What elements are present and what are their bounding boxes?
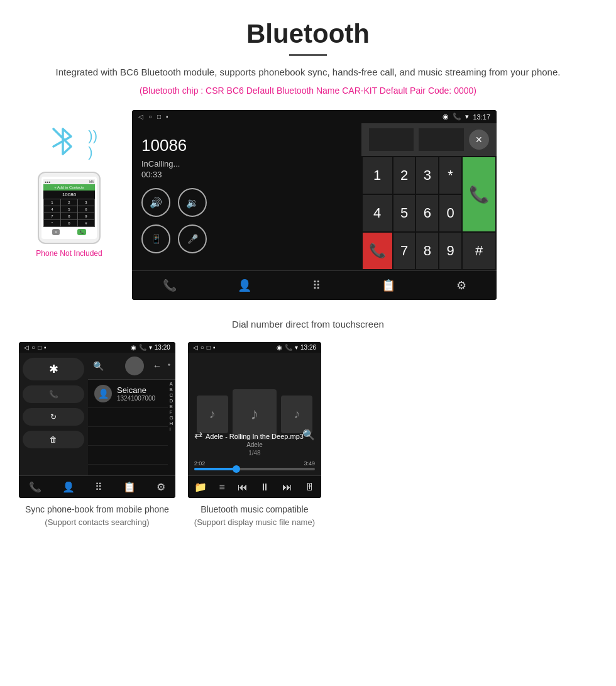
music-folder-icon[interactable]: 📁 [194,481,207,493]
pb-contact-name: Seicane [117,385,155,395]
numpad-8[interactable]: 8 [416,233,438,269]
pb-asterisk: * [168,363,170,370]
music-album-art-center: ♪ [233,389,277,440]
pb-sort-circle[interactable] [125,357,144,375]
music-progress-dot [233,465,240,473]
volume-down-button[interactable]: 🔉 [178,188,207,217]
transfer-tab-icon[interactable]: 📋 [382,279,395,292]
music-track-info: Adele - Rolling In the Deep.mp3 Adele 1/… [188,433,321,456]
music-track-name: Adele - Rolling In the Deep.mp3 [188,433,321,440]
call-answer-button[interactable]: 📞 [463,157,495,231]
pb-bottom-dialpad-icon[interactable]: ⠿ [95,481,102,493]
music-notif-icon: ▪ [213,344,216,351]
pb-contact-area: 👤 Seicane 13241007000 [88,380,175,465]
pb-bottom-contact-icon[interactable]: 👤 [62,481,75,493]
music-caption-sub: (Support display music file name) [194,516,315,529]
numpad-grid: 1 2 3 * 📞 4 5 6 0 📞 7 8 9 # [361,156,497,270]
numpad-6[interactable]: 6 [416,195,438,231]
music-section: ◁ ○ □ ▪ ◉ 📞 ▾ 13:26 ♪ ♪ ♪ ⇄ 🔍 Adele - Ro… [188,342,321,534]
status-bar: ◁ ○ □ ▪ ◉ 📞 ▾ 13:17 [132,110,497,123]
call-end-button[interactable]: 📞 [363,233,392,269]
music-progress-fill [194,468,236,470]
music-prev-icon[interactable]: ⏮ [238,482,248,493]
dialpad-tab-icon[interactable]: ⠿ [312,279,321,292]
pb-back-arrow-icon[interactable]: ← [153,361,162,371]
pb-recents-icon: □ [38,344,41,351]
numpad-4[interactable]: 4 [363,195,392,231]
phonebook-caption-text: Sync phone-book from mobile phone [25,504,169,514]
page-header: Bluetooth Integrated with BC6 Bluetooth … [0,0,616,110]
dial-wrapper: 10086 InCalling... 00:33 🔊 🔉 📱 🎤 ✕ [132,123,497,270]
mute-button[interactable]: 🎤 [178,224,207,253]
phonebook-caption: Sync phone-book from mobile phone (Suppo… [19,498,175,534]
pb-left-nav: ✱ 📞 ↻ 🗑 [19,353,88,475]
transfer-button[interactable]: 📱 [141,224,170,253]
header-specs: (Bluetooth chip : CSR BC6 Default Blueto… [25,84,591,97]
volume-up-button[interactable]: 🔊 [141,188,170,217]
bluetooth-symbol-icon [47,123,79,160]
music-eq-icon[interactable]: 🎚 [305,482,315,493]
wifi-icon: ▾ [465,113,469,121]
pb-search-icon[interactable]: 🔍 [93,361,104,371]
numpad-3[interactable]: 3 [416,157,438,194]
pb-wifi-icon: ▾ [149,344,152,351]
dialed-number: 10086 [141,136,226,155]
music-play-pause-icon[interactable]: ⏸ [260,482,270,493]
pb-bluetooth-icon[interactable]: ✱ [23,358,84,380]
pb-alphabet-bar: A B C D E F G H I [168,380,175,465]
backspace-button[interactable]: ✕ [469,130,489,150]
pb-empty-row-2 [88,427,168,446]
music-time: 13:26 [300,344,316,351]
music-playlist-icon[interactable]: ≡ [219,482,225,493]
pb-contact-details: Seicane 13241007000 [117,385,155,402]
pb-delete-button[interactable]: 🗑 [23,431,84,448]
pb-content: ✱ 📞 ↻ 🗑 🔍 ← * [19,353,175,475]
pb-contact-avatar: 👤 [94,385,112,402]
dial-display-2 [419,128,464,151]
numpad-1[interactable]: 1 [363,157,392,194]
call-extra-buttons: 📱 🎤 [141,224,226,253]
music-next-icon[interactable]: ⏭ [282,482,292,493]
call-info-panel: 10086 InCalling... 00:33 🔊 🔉 📱 🎤 [132,123,236,270]
pb-empty-row-3 [88,446,168,465]
numpad-star[interactable]: * [439,157,461,194]
numpad-hash[interactable]: # [463,233,495,269]
music-bottom-bar: 📁 ≡ ⏮ ⏸ ⏭ 🎚 [188,475,321,498]
contacts-tab-icon[interactable]: 👤 [238,279,251,292]
numpad-5[interactable]: 5 [393,195,415,231]
page-title: Bluetooth [25,19,591,49]
back-nav-icon[interactable]: ◁ [138,113,143,120]
pb-bottom-transfer-icon[interactable]: 📋 [123,481,136,493]
main-caption: Dial number direct from touchscreen [0,313,616,342]
music-wifi-icon: ▾ [295,344,298,351]
numpad-0[interactable]: 0 [439,195,461,231]
numpad-2[interactable]: 2 [393,157,415,194]
android-dial-screen: ◁ ○ □ ▪ ◉ 📞 ▾ 13:17 10086 InCalling... 0… [132,110,497,300]
music-recents-icon: □ [207,344,211,351]
phone-frame: ●●●M5 + Add to Contacts 10086 123 456 78… [38,172,101,244]
music-caption: Bluetooth music compatible (Support disp… [188,498,321,534]
music-progress-bar[interactable] [194,468,315,470]
numpad-9[interactable]: 9 [439,233,461,269]
music-status-bar: ◁ ○ □ ▪ ◉ 📞 ▾ 13:26 [188,342,321,353]
music-call-icon: 📞 [285,344,292,351]
pb-home-icon: ○ [31,344,35,351]
music-content: ♪ ♪ ♪ ⇄ 🔍 Adele - Rolling In the Deep.mp… [188,353,321,475]
pb-sync-button[interactable]: ↻ [23,408,84,426]
main-section: ))) ●●●M5 + Add to Contacts 10086 123 45… [0,110,616,300]
home-nav-icon[interactable]: ○ [148,113,152,120]
pb-contact-item[interactable]: 👤 Seicane 13241007000 [88,380,168,408]
title-divider [289,54,327,56]
recents-nav-icon[interactable]: □ [157,113,161,120]
numpad-7[interactable]: 7 [393,233,415,269]
pb-back-icon: ◁ [24,344,29,351]
phone-not-included-label: Phone Not Included [36,249,102,258]
music-album-art-right: ♪ [281,396,312,433]
pb-bottom-settings-icon[interactable]: ⚙ [157,481,165,493]
pb-bottom-phone-icon[interactable]: 📞 [29,481,41,493]
pb-call-button[interactable]: 📞 [23,385,84,403]
music-album-art-left: ♪ [197,396,228,433]
phone-tab-icon[interactable]: 📞 [163,279,177,292]
pb-contact-list: 🔍 ← * 👤 Seicane 13241007000 [88,353,175,475]
settings-tab-icon[interactable]: ⚙ [456,279,466,292]
